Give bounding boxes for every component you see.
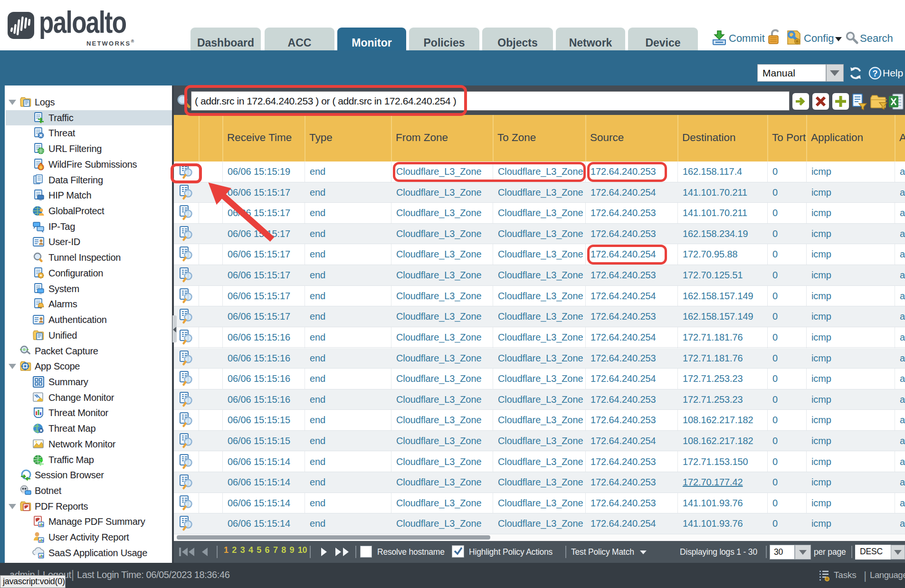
svg-text:?: ?	[873, 69, 878, 78]
